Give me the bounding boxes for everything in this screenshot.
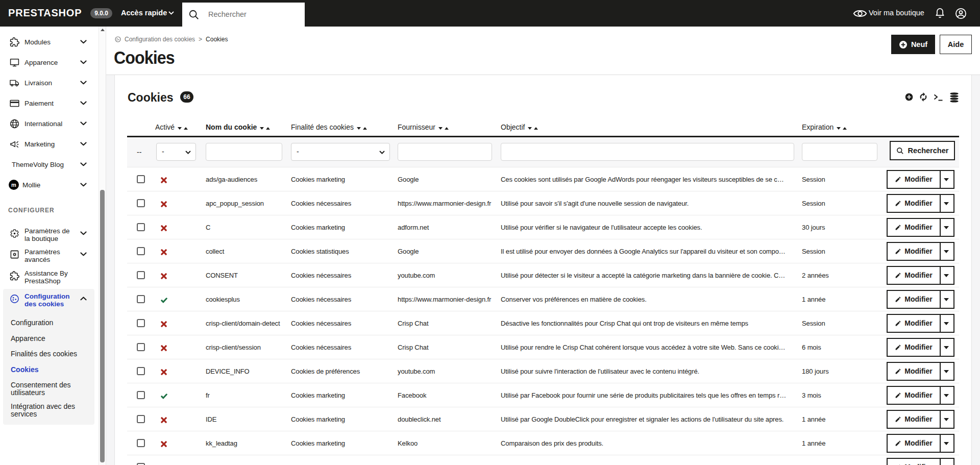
- svg-text:m: m: [11, 182, 16, 188]
